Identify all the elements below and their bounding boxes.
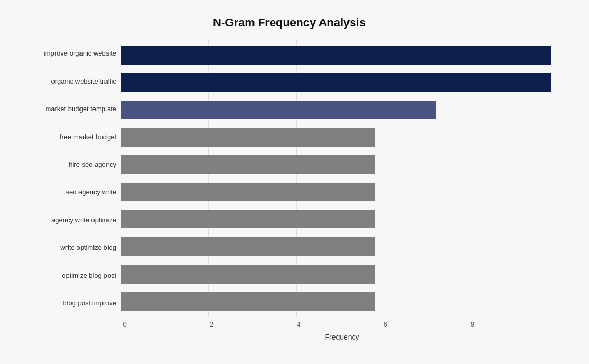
chart-title: N-Gram Frequency Analysis: [19, 16, 559, 30]
bar: [121, 46, 551, 65]
bar: [121, 128, 375, 147]
bar: [121, 210, 375, 228]
chart-area: improve organic websiteorganic website t…: [19, 40, 559, 341]
y-label: blog post improve: [19, 290, 116, 317]
bar-row: [121, 207, 559, 232]
bar: [121, 292, 375, 311]
x-tick: 4: [297, 320, 300, 328]
bar: [121, 265, 375, 284]
y-label: organic website traffic: [19, 68, 116, 95]
y-label: agency write optimize: [19, 207, 116, 234]
x-tick: 2: [210, 320, 213, 328]
x-tick: 8: [471, 320, 474, 328]
x-tick: 6: [384, 320, 387, 328]
y-label: seo agency write: [19, 179, 116, 206]
bar-row: [121, 180, 559, 205]
y-label: market budget template: [19, 96, 116, 123]
x-tick: 0: [123, 320, 126, 328]
bar: [121, 183, 375, 201]
bar-row: [121, 125, 559, 150]
bar: [121, 101, 436, 119]
bars-and-grid: [121, 40, 559, 317]
y-label: hire seo agency: [19, 151, 116, 178]
y-label: free market budget: [19, 123, 116, 150]
bar-row: [121, 152, 559, 177]
y-labels: improve organic websiteorganic website t…: [19, 40, 121, 317]
bar: [121, 237, 375, 256]
bar-row: [121, 70, 559, 95]
bar-row: [121, 43, 559, 68]
x-axis-label: Frequency: [125, 333, 559, 341]
y-label: improve organic website: [19, 40, 116, 67]
bar: [121, 73, 551, 92]
bar-row: [121, 98, 559, 123]
y-label: optimize blog post: [19, 262, 116, 289]
chart-container: N-Gram Frequency Analysis improve organi…: [9, 6, 580, 359]
bars-section: improve organic websiteorganic website t…: [19, 40, 559, 317]
bar-row: [121, 289, 559, 314]
y-label: write optimize blog: [19, 234, 116, 261]
bar: [121, 155, 375, 174]
bars-wrapper: [121, 40, 559, 317]
bar-row: [121, 234, 559, 259]
x-axis: 02468: [125, 320, 559, 331]
bar-row: [121, 262, 559, 287]
